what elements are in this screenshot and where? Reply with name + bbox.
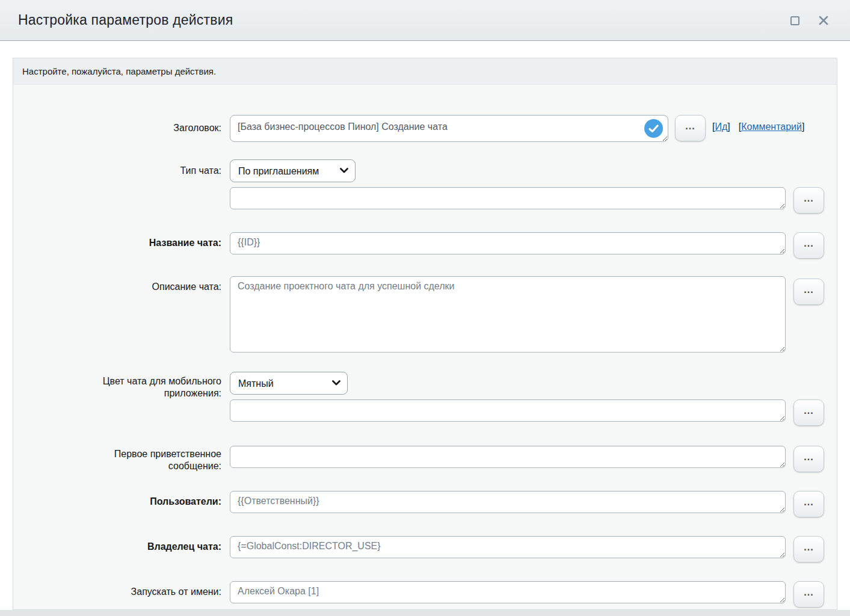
close-icon — [818, 15, 829, 26]
header-insert-value-button[interactable]: ... — [675, 115, 706, 141]
run-as-input[interactable]: Алексей Окара [1] — [230, 581, 786, 603]
dialog-window: Настройка параметров действия Настройте,… — [0, 0, 850, 616]
first-message-insert-value-button[interactable]: ... — [793, 446, 824, 472]
header-links: [Ид] [Комментарий] — [712, 115, 804, 132]
run-as-label: Запускать от имени: — [13, 581, 230, 598]
header-input[interactable]: [База бизнес-процессов Пинол] Создание ч… — [230, 115, 668, 142]
comment-link-group: [Комментарий] — [739, 122, 805, 132]
row-users: Пользователи: {{Ответственный}} ... — [13, 491, 837, 517]
row-chat-owner: Владелец чата: {=GlobalConst:DIRECTOR_US… — [13, 536, 837, 562]
row-chat-type-extra: ... — [13, 187, 837, 214]
chat-color-insert-value-button[interactable]: ... — [793, 399, 824, 426]
hint-strip: Настройте, пожалуйста, параметры действи… — [13, 58, 837, 85]
row-run-as: Запускать от имени: Алексей Окара [1] ..… — [13, 581, 837, 608]
valid-check-badge — [644, 119, 663, 138]
maximize-button[interactable] — [789, 14, 801, 26]
row-chat-color-extra: ... — [13, 399, 837, 426]
header-input-wrap: [База бизнес-процессов Пинол] Создание ч… — [230, 115, 668, 144]
chat-description-label: Описание чата: — [13, 276, 230, 293]
id-link-group: [Ид] — [712, 122, 730, 132]
dialog-title: Настройка параметров действия — [18, 12, 233, 28]
row-chat-description: Описание чата: Создание проектного чата … — [13, 276, 837, 353]
bracket: ] — [802, 122, 804, 132]
chat-color-label-text: Цвет чата для мобильного приложения: — [70, 375, 221, 399]
chat-description-input[interactable]: Создание проектного чата для успешной сд… — [230, 276, 786, 353]
hint-text: Настройте, пожалуйста, параметры действи… — [22, 66, 216, 76]
users-label: Пользователи: — [13, 491, 230, 508]
users-insert-value-button[interactable]: ... — [793, 491, 824, 517]
id-link[interactable]: Ид — [715, 122, 727, 132]
chat-type-label: Тип чата: — [13, 159, 230, 177]
action-settings-panel: Настройте, пожалуйста, параметры действи… — [13, 58, 837, 610]
row-chat-color: Цвет чата для мобильного приложения: Мят… — [13, 372, 837, 399]
header-label: Заголовок: — [13, 115, 230, 134]
users-input[interactable]: {{Ответственный}} — [230, 491, 786, 513]
row-chat-name: Название чата: {{ID}} ... — [13, 232, 837, 259]
chat-owner-insert-value-button[interactable]: ... — [793, 536, 824, 562]
run-as-insert-value-button[interactable]: ... — [793, 581, 824, 608]
chat-color-select[interactable]: Мятный — [230, 372, 348, 395]
first-message-input[interactable] — [230, 446, 786, 468]
first-message-label-text: Первое приветственное сообщение: — [70, 448, 221, 472]
chat-description-insert-value-button[interactable]: ... — [793, 279, 824, 305]
chat-type-select-wrap: По приглашениям — [230, 159, 356, 182]
chat-name-label: Название чата: — [13, 232, 230, 249]
chat-name-input[interactable]: {{ID}} — [230, 232, 786, 254]
chat-owner-input[interactable]: {=GlobalConst:DIRECTOR_USE} — [230, 536, 786, 558]
row-first-message: Первое приветственное сообщение: ... — [13, 446, 837, 472]
bracket: ] — [727, 122, 730, 132]
dialog-titlebar: Настройка параметров действия — [0, 0, 850, 41]
row-header: Заголовок: [База бизнес-процессов Пинол]… — [13, 115, 837, 144]
chat-type-extra-input[interactable] — [230, 187, 786, 209]
row-chat-type: Тип чата: По приглашениям — [13, 159, 837, 182]
chat-name-insert-value-button[interactable]: ... — [793, 232, 824, 259]
window-controls — [789, 0, 830, 41]
chat-type-select[interactable]: По приглашениям — [230, 159, 356, 182]
page-background-strip — [0, 610, 850, 616]
chat-color-label: Цвет чата для мобильного приложения: — [13, 372, 230, 399]
first-message-label: Первое приветственное сообщение: — [13, 446, 230, 472]
check-icon — [648, 125, 659, 133]
chat-color-extra-input[interactable] — [230, 399, 786, 422]
chat-color-select-wrap: Мятный — [230, 372, 348, 395]
maximize-icon — [790, 16, 799, 25]
chat-type-insert-value-button[interactable]: ... — [793, 187, 824, 214]
chat-owner-label: Владелец чата: — [13, 536, 230, 553]
comment-link[interactable]: Комментарий — [741, 122, 802, 132]
close-button[interactable] — [818, 14, 830, 26]
